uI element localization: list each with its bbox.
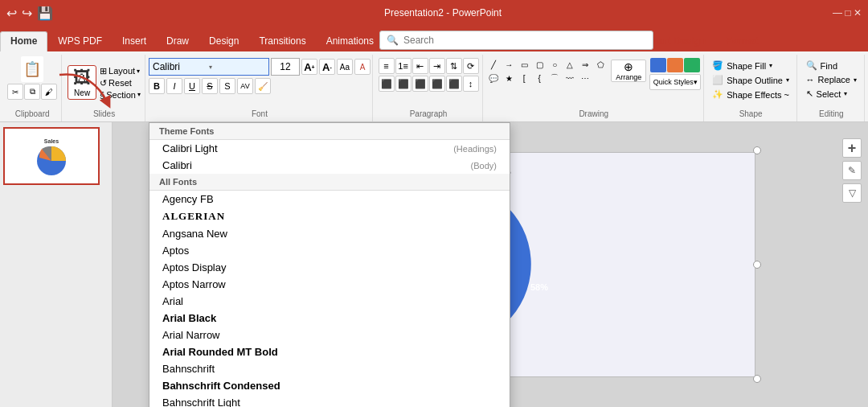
font-arial-narrow[interactable]: Arial Narrow <box>149 327 510 343</box>
handle-right[interactable] <box>753 261 761 269</box>
font-agency-fb[interactable]: Agency FB <box>149 191 510 208</box>
font-calibri-light[interactable]: Calibri Light (Headings) <box>149 140 510 157</box>
font-aptos-narrow[interactable]: Aptos Narrow <box>149 276 510 293</box>
char-spacing-btn[interactable]: AV <box>237 78 253 94</box>
bold-btn[interactable]: B <box>149 78 165 94</box>
reset-btn[interactable]: ↺ Reset <box>100 78 141 88</box>
shape-oval[interactable]: ○ <box>547 58 562 71</box>
tab-design[interactable]: Design <box>199 32 248 51</box>
shape-more[interactable]: ⋯ <box>578 72 592 84</box>
font-angsana-new[interactable]: Angsana New <box>149 225 510 242</box>
increase-indent-btn[interactable]: ⇥ <box>429 58 445 74</box>
shape-triangle[interactable]: △ <box>563 58 577 71</box>
format-painter-btn[interactable]: 🖌 <box>41 84 57 100</box>
italic-btn[interactable]: I <box>166 78 182 94</box>
shadow-btn[interactable]: S <box>219 78 235 94</box>
right-toolbar: + ✎ ▽ <box>842 138 862 203</box>
quick-style-1[interactable] <box>650 58 666 72</box>
save-btn[interactable]: 💾 <box>37 6 53 21</box>
redo-btn[interactable]: ↪ <box>22 6 32 21</box>
font-list-scroll[interactable]: Agency FB ALGERIAN Angsana New Aptos Apt… <box>149 191 510 407</box>
search-input[interactable] <box>403 35 646 46</box>
filter-btn[interactable]: ▽ <box>842 183 862 203</box>
shape-line[interactable]: ╱ <box>486 58 501 71</box>
app-controls[interactable]: — □ ✕ <box>833 7 862 18</box>
line-spacing-btn[interactable]: ↕ <box>463 76 479 92</box>
cut-btn[interactable]: ✂ <box>7 84 23 100</box>
font-aptos[interactable]: Aptos <box>149 242 510 259</box>
underline-btn[interactable]: U <box>184 78 200 94</box>
arrange-btn[interactable]: ⊕ Arrange <box>611 60 646 82</box>
shape-effects-btn[interactable]: ✨ Shape Effects ~ <box>709 88 792 101</box>
justify-btn[interactable]: ⬛ <box>429 76 445 92</box>
quick-styles-more-btn[interactable]: Quick Styles ▾ <box>649 74 701 90</box>
align-center-btn[interactable]: ⬛ <box>395 76 411 92</box>
tab-home[interactable]: Home <box>0 31 47 51</box>
decrease-font-btn[interactable]: A- <box>319 59 335 75</box>
quick-style-2[interactable] <box>667 58 683 72</box>
font-name-selector[interactable]: Calibri ▾ <box>149 58 269 76</box>
edit-element-btn[interactable]: ✎ <box>842 161 862 180</box>
font-arial[interactable]: Arial <box>149 293 510 310</box>
font-size-input[interactable] <box>271 58 300 76</box>
align-right-btn[interactable]: ⬛ <box>412 76 428 92</box>
clear-format-btn[interactable]: 🧹 <box>255 78 271 94</box>
shape-connector[interactable]: ⌒ <box>547 72 562 84</box>
shape-outline-btn[interactable]: ⬜ Shape Outline ▾ <box>709 74 792 86</box>
tab-transitions[interactable]: Transitions <box>249 32 315 51</box>
shape-callout[interactable]: 💬 <box>486 72 501 84</box>
slide-thumbnail-1[interactable]: Sales <box>3 127 100 185</box>
titlebar-controls[interactable]: ↩ ↪ 💾 <box>6 6 53 21</box>
font-arial-rounded[interactable]: Arial Rounded MT Bold <box>149 343 510 360</box>
font-algerian[interactable]: ALGERIAN <box>149 208 510 225</box>
add-element-btn[interactable]: + <box>842 138 862 158</box>
tab-animations[interactable]: Animations <box>317 32 383 51</box>
shape-brace[interactable]: { <box>532 72 547 84</box>
decrease-indent-btn[interactable]: ⇤ <box>412 58 428 74</box>
bullets-btn[interactable]: ≡ <box>379 58 395 74</box>
ribbon-group-font: Calibri ▾ A+ A- Aa A B I U S S AV 🧹 <box>147 55 374 121</box>
font-aptos-display[interactable]: Aptos Display <box>149 259 510 276</box>
search-bar[interactable]: 🔍 <box>379 31 653 50</box>
font-calibri[interactable]: Calibri (Body) <box>149 157 510 174</box>
copy-btn[interactable]: ⧉ <box>24 84 40 100</box>
search-icon: 🔍 <box>387 35 399 46</box>
shape-star[interactable]: ★ <box>502 72 516 84</box>
shape-rect[interactable]: ▭ <box>517 58 531 71</box>
align-left-btn[interactable]: ⬛ <box>379 76 395 92</box>
tab-wps-pdf[interactable]: WPS PDF <box>48 32 112 51</box>
font-bahnschrift-condensed[interactable]: Bahnschrift Condensed <box>149 377 510 394</box>
numbered-btn[interactable]: 1≡ <box>395 58 411 74</box>
increase-font-btn[interactable]: A+ <box>301 59 317 75</box>
shape-fill-btn[interactable]: 🪣 Shape Fill ▾ <box>709 60 776 72</box>
convert-btn[interactable]: ⟳ <box>463 58 479 74</box>
shape-rounded[interactable]: ▢ <box>532 58 547 71</box>
shape-right-arrow[interactable]: ⇒ <box>578 58 592 71</box>
tab-draw[interactable]: Draw <box>157 32 199 51</box>
shape-freeform[interactable]: 〰 <box>563 72 577 84</box>
undo-btn[interactable]: ↩ <box>6 6 17 21</box>
tab-format[interactable]: Format <box>716 32 768 51</box>
layout-btn[interactable]: ⊞ Layout ▾ <box>100 66 141 76</box>
paste-btn[interactable]: 📋 <box>21 56 43 82</box>
shape-bracket[interactable]: [ <box>517 72 531 84</box>
tab-insert[interactable]: Insert <box>113 32 156 51</box>
handle-bottom-right[interactable] <box>753 375 761 383</box>
font-arial-black[interactable]: Arial Black <box>149 310 510 327</box>
strikethrough-btn[interactable]: S <box>202 78 218 94</box>
new-slide-btn[interactable]: 🖼 New <box>68 65 96 100</box>
font-color-btn[interactable]: A <box>354 59 371 75</box>
replace-btn[interactable]: ↔ Replace ▾ <box>803 74 860 85</box>
shape-arrow[interactable]: → <box>502 58 516 71</box>
quick-style-3[interactable] <box>684 58 700 72</box>
text-direction-btn[interactable]: ⇅ <box>446 58 462 74</box>
find-btn[interactable]: 🔍 Find <box>803 60 841 72</box>
section-btn[interactable]: § Section ▾ <box>100 90 141 100</box>
change-case-btn[interactable]: Aa <box>337 59 353 75</box>
shape-pentagon[interactable]: ⬠ <box>593 58 608 71</box>
font-bahnschrift[interactable]: Bahnschrift <box>149 360 510 377</box>
columns-btn[interactable]: ⬛ <box>446 76 462 92</box>
font-bahnschrift-light[interactable]: Bahnschrift Light <box>149 394 510 407</box>
handle-top-right[interactable] <box>753 146 761 154</box>
select-btn[interactable]: ↖ Select ▾ <box>803 88 851 100</box>
